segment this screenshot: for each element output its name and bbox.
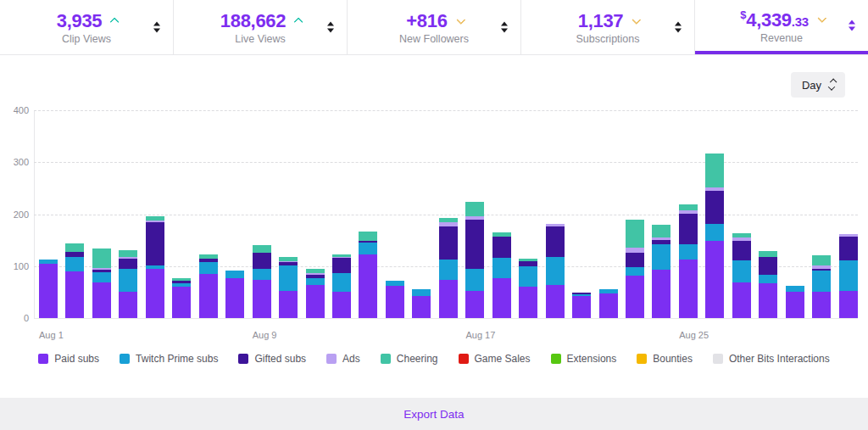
legend-item-other-bits-interactions[interactable]: Other Bits Interactions bbox=[713, 353, 830, 365]
live-views-label: Live Views bbox=[235, 33, 286, 45]
trend-up-icon bbox=[294, 17, 303, 26]
bar-aug-23[interactable] bbox=[626, 220, 644, 318]
metric-tab-clip-views[interactable]: 3,935 Clip Views bbox=[0, 0, 174, 54]
legend-swatch-icon bbox=[551, 354, 561, 364]
metric-tab-bar: 3,935 Clip Views 188,662 Live Views +816… bbox=[0, 0, 868, 55]
live-views-value: 188,662 bbox=[220, 12, 286, 31]
segment-paid-subs bbox=[279, 291, 298, 318]
bar-aug-31[interactable] bbox=[839, 234, 858, 318]
segment-twitch-prime-subs bbox=[519, 266, 537, 287]
segment-cheering bbox=[812, 255, 831, 265]
bar-aug-3[interactable] bbox=[92, 249, 111, 318]
legend-item-ads[interactable]: Ads bbox=[326, 353, 360, 365]
bar-aug-12[interactable] bbox=[332, 254, 351, 318]
legend-item-game-sales[interactable]: Game Sales bbox=[459, 353, 531, 365]
bar-aug-9[interactable] bbox=[253, 245, 271, 318]
segment-paid-subs bbox=[253, 280, 271, 318]
metric-tab-new-followers[interactable]: +816 New Followers bbox=[348, 0, 521, 54]
bar-aug-19[interactable] bbox=[519, 259, 537, 318]
export-data-button[interactable]: Export Data bbox=[0, 398, 868, 430]
segment-twitch-prime-subs bbox=[465, 269, 484, 291]
stacked-bar-chart bbox=[39, 110, 858, 318]
sort-arrows-icon[interactable] bbox=[675, 22, 682, 33]
legend-label: Cheering bbox=[397, 353, 438, 365]
metric-tab-subscriptions[interactable]: 1,137 Subscriptions bbox=[521, 0, 695, 54]
bar-aug-13[interactable] bbox=[359, 232, 377, 318]
legend-swatch-icon bbox=[326, 354, 337, 364]
legend-item-bounties[interactable]: Bounties bbox=[637, 353, 693, 365]
segment-twitch-prime-subs bbox=[119, 269, 137, 293]
trend-down-icon bbox=[817, 13, 826, 22]
segment-paid-subs bbox=[705, 241, 724, 318]
segment-paid-subs bbox=[306, 285, 325, 318]
legend-label: Gifted subs bbox=[254, 353, 306, 365]
legend-swatch-icon bbox=[459, 354, 469, 364]
segment-gifted-subs bbox=[492, 237, 511, 258]
bar-aug-6[interactable] bbox=[172, 278, 191, 318]
bar-aug-18[interactable] bbox=[492, 232, 511, 318]
bar-aug-30[interactable] bbox=[812, 255, 831, 318]
segment-paid-subs bbox=[439, 280, 458, 318]
legend-item-extensions[interactable]: Extensions bbox=[551, 353, 617, 365]
segment-cheering bbox=[119, 250, 137, 256]
bar-aug-27[interactable] bbox=[732, 233, 751, 318]
bar-aug-29[interactable] bbox=[786, 286, 804, 318]
sort-arrows-icon[interactable] bbox=[153, 22, 160, 33]
bar-aug-2[interactable] bbox=[65, 243, 84, 318]
segment-paid-subs bbox=[652, 270, 670, 318]
bar-aug-10[interactable] bbox=[279, 257, 298, 318]
segment-gifted-subs bbox=[332, 258, 351, 273]
legend-label: Paid subs bbox=[54, 353, 99, 365]
bar-aug-25[interactable] bbox=[679, 204, 698, 318]
bar-aug-14[interactable] bbox=[386, 281, 404, 318]
segment-paid-subs bbox=[39, 264, 58, 318]
segment-paid-subs bbox=[412, 296, 431, 318]
segment-twitch-prime-subs bbox=[812, 271, 831, 292]
legend-item-gifted-subs[interactable]: Gifted subs bbox=[238, 353, 306, 365]
segment-paid-subs bbox=[225, 278, 244, 318]
bar-aug-22[interactable] bbox=[599, 289, 618, 318]
segment-cheering bbox=[759, 251, 777, 257]
segment-twitch-prime-subs bbox=[759, 275, 777, 283]
gridline-0 bbox=[34, 318, 858, 319]
segment-paid-subs bbox=[65, 271, 84, 318]
metric-tab-live-views[interactable]: 188,662 Live Views bbox=[174, 0, 348, 54]
segment-twitch-prime-subs bbox=[492, 258, 511, 279]
legend-item-twitch-prime-subs[interactable]: Twitch Prime subs bbox=[120, 353, 218, 365]
bar-aug-4[interactable] bbox=[119, 250, 137, 318]
y-tick-label-0: 0 bbox=[0, 313, 29, 323]
segment-cheering bbox=[92, 249, 111, 268]
segment-paid-subs bbox=[572, 296, 591, 318]
revenue-amount: 4,339 bbox=[746, 9, 792, 31]
bar-aug-17[interactable] bbox=[465, 202, 484, 318]
legend-label: Bounties bbox=[653, 353, 693, 365]
new-followers-value: +816 bbox=[406, 12, 447, 31]
segment-twitch-prime-subs bbox=[439, 260, 458, 280]
bar-aug-15[interactable] bbox=[412, 289, 431, 318]
period-dropdown[interactable]: Day bbox=[791, 72, 845, 98]
bar-aug-26[interactable] bbox=[705, 154, 724, 318]
legend-item-cheering[interactable]: Cheering bbox=[381, 353, 438, 365]
segment-gifted-subs bbox=[465, 220, 484, 269]
bar-aug-8[interactable] bbox=[225, 271, 244, 318]
sort-arrows-icon[interactable] bbox=[501, 22, 508, 33]
sort-arrows-icon[interactable] bbox=[327, 22, 334, 33]
bar-aug-28[interactable] bbox=[759, 251, 777, 318]
segment-cheering bbox=[652, 225, 670, 237]
legend-item-paid-subs[interactable]: Paid subs bbox=[38, 353, 99, 365]
metric-tab-revenue[interactable]: $4,339.33 Revenue bbox=[695, 0, 868, 54]
segment-twitch-prime-subs bbox=[705, 224, 724, 242]
bar-aug-5[interactable] bbox=[146, 216, 164, 318]
bar-aug-20[interactable] bbox=[546, 224, 565, 318]
bar-aug-16[interactable] bbox=[439, 218, 458, 318]
bar-aug-11[interactable] bbox=[306, 269, 325, 318]
bar-aug-7[interactable] bbox=[199, 254, 218, 318]
segment-gifted-subs bbox=[119, 259, 137, 269]
segment-gifted-subs bbox=[439, 226, 458, 260]
sort-arrows-icon[interactable] bbox=[849, 20, 855, 31]
segment-paid-subs bbox=[812, 292, 831, 318]
bar-aug-21[interactable] bbox=[572, 293, 591, 318]
segment-gifted-subs bbox=[839, 237, 858, 260]
bar-aug-1[interactable] bbox=[39, 260, 58, 318]
bar-aug-24[interactable] bbox=[652, 225, 670, 318]
